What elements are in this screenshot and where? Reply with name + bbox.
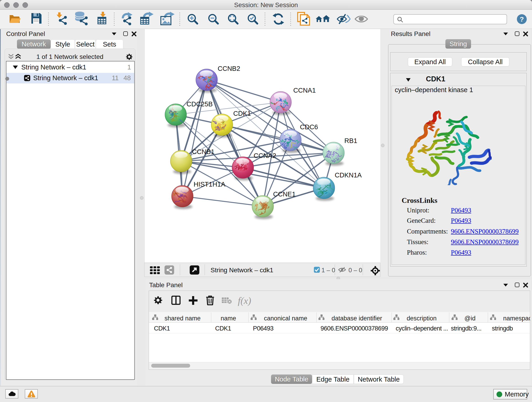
svg-text:HIST1H1A: HIST1H1A [194,181,225,188]
svg-text:CCNA1: CCNA1 [293,87,316,94]
svg-text:CDK1: CDK1 [233,110,251,117]
svg-text:CDKN1A: CDKN1A [335,172,362,179]
svg-text:RB1: RB1 [344,137,357,144]
svg-text:CDC6: CDC6 [300,123,318,131]
svg-text:CCNB1: CCNB1 [192,148,215,155]
svg-text:CCNA2: CCNA2 [254,152,276,159]
svg-text:CCNB2: CCNB2 [218,65,240,72]
svg-text:CCNE1: CCNE1 [273,191,296,198]
svg-text:CDC25B: CDC25B [186,100,213,108]
